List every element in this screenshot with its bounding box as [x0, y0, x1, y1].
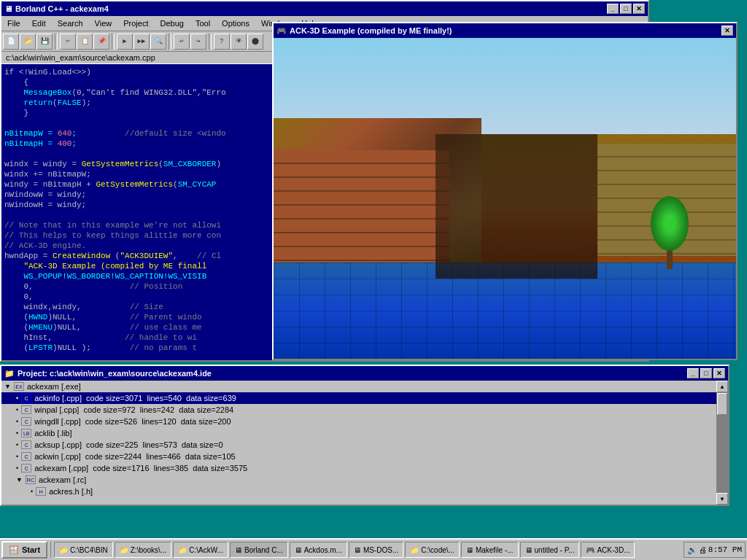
project-row-ackres-h[interactable]: • H ackres.h [.h]	[1, 486, 716, 497]
project-title: Project: c:\ack\win\win_exam\source\acke…	[18, 369, 212, 378]
toolbar-sep-1	[55, 34, 58, 50]
project-icon: 📁	[4, 369, 15, 378]
taskbar: 🪟 Start 📁 C:\BC4\BIN 📁 Z:\books\... 📁 C:…	[0, 538, 747, 560]
taskbar-item-makefile[interactable]: 🖥 Makefile -...	[461, 542, 519, 558]
menu-options[interactable]: Options	[219, 18, 252, 28]
taskbar-item-label-2: Z:\books\...	[131, 546, 166, 554]
menu-tool[interactable]: Tool	[193, 18, 213, 28]
paste-button[interactable]: 📌	[93, 34, 109, 50]
project-scrollbar[interactable]: ▲ ▼	[716, 381, 728, 505]
minimize-button[interactable]: _	[607, 4, 619, 14]
ide-icon: 🖥	[4, 4, 12, 13]
taskbar-item-untitled[interactable]: 🖥 untitled - P...	[520, 542, 580, 558]
project-item-ackexam-cpp: ackexam [.cpp] code size=1716 lines=385 …	[34, 464, 247, 472]
new-button[interactable]: 📄	[3, 34, 19, 50]
menu-file[interactable]: File	[4, 18, 23, 28]
scene-tree	[650, 189, 690, 269]
bullet-acksup: •	[16, 441, 18, 448]
menu-edit[interactable]: Edit	[29, 18, 49, 28]
help-button[interactable]: ?	[214, 34, 230, 50]
project-row-acklib[interactable]: • LB acklib [.lib]	[1, 427, 716, 439]
bullet-ackwin: •	[16, 453, 18, 460]
taskbar-item-label-3: C:\AckW...	[189, 546, 223, 554]
project-item-ackres: ackres.h [.h]	[49, 487, 93, 496]
taskbar-item-label-9: untitled - P...	[535, 546, 575, 554]
open-button[interactable]: 📂	[20, 34, 36, 50]
taskbar-item-label-1: C:\BC4\BIN	[70, 546, 108, 554]
maximize-button[interactable]: □	[620, 4, 632, 14]
taskbar-item-label-7: C:\code\...	[421, 546, 454, 554]
project-minimize[interactable]: _	[687, 368, 699, 378]
cpp-icon-ackinfo: C	[21, 394, 31, 402]
taskbar-item-ackw[interactable]: 📁 C:\AckW...	[173, 542, 228, 558]
expand-icon: ▼	[4, 383, 11, 390]
project-row-exe[interactable]: ▼ EX ackexam [.exe]	[1, 381, 716, 392]
ack3d-title-bar: 🎮 ACK-3D Example (compiled by ME finally…	[274, 23, 736, 38]
project-row-ackwin[interactable]: • C ackwin [.cpp] code size=2244 lines=4…	[1, 451, 716, 462]
cut-button[interactable]: ✂	[60, 34, 76, 50]
taskbar-item-bc4bin[interactable]: 📁 C:\BC4\BIN	[54, 542, 113, 558]
compile-button[interactable]: ▶	[117, 34, 133, 50]
undo-button[interactable]: ↩	[174, 34, 190, 50]
project-close[interactable]: ✕	[713, 368, 725, 378]
folder-icon-2: 📁	[120, 546, 128, 554]
taskbar-item-msdos[interactable]: 🖥 MS-DOS...	[349, 542, 403, 558]
h-icon: H	[36, 487, 46, 496]
scroll-thumb[interactable]	[717, 393, 727, 415]
redo-button[interactable]: ↪	[190, 34, 206, 50]
project-row-ackinfo[interactable]: • C ackinfo [.cpp] code size=3071 lines=…	[1, 392, 716, 404]
breakpoint-button[interactable]: ⬤	[247, 34, 263, 50]
copy-button[interactable]: 📋	[77, 34, 93, 50]
project-row-ackexam-cpp[interactable]: • C ackexam [.cpp] code size=1716 lines=…	[1, 462, 716, 474]
file-path: c:\ack\win\win_exam\source\ackexam.cpp	[6, 53, 155, 62]
window-icon-borland: 🖥	[235, 546, 242, 554]
watch-button[interactable]: 👁	[231, 34, 247, 50]
scroll-up-btn[interactable]: ▲	[716, 381, 728, 392]
project-item-ackinfo: ackinfo [.cpp] code size=3071 lines=540 …	[34, 394, 236, 402]
save-button[interactable]: 💾	[36, 34, 53, 50]
taskbar-item-borland[interactable]: 🖥 Borland C...	[230, 542, 288, 558]
ack3d-icon: 🎮	[276, 26, 287, 36]
run-button[interactable]: ▶▶	[133, 34, 150, 50]
close-button[interactable]: ✕	[633, 4, 645, 14]
menu-view[interactable]: View	[92, 18, 115, 28]
tray-icon-1: 🔊	[687, 545, 697, 555]
project-item-ackwin: ackwin [.cpp] code size=2244 lines=466 d…	[34, 452, 236, 461]
window-icon-ackdos: 🖥	[295, 546, 302, 554]
tray-icon-2: 🖨	[699, 545, 707, 555]
scene-brick-wall-left	[274, 150, 449, 279]
menu-search[interactable]: Search	[55, 18, 86, 28]
project-row-wingdll[interactable]: • C wingdll [.cpp] code size=526 lines=1…	[1, 416, 716, 427]
scroll-area	[716, 392, 728, 493]
menu-project[interactable]: Project	[120, 18, 151, 28]
project-row-winpal[interactable]: • C winpal [.cpp] code size=972 lines=24…	[1, 404, 716, 416]
project-item-acksup: acksup [.cpp] code size=225 lines=573 da…	[34, 440, 222, 449]
project-item-acklib: acklib [.lib]	[34, 429, 71, 438]
window-icon-msdos: 🖥	[354, 546, 361, 554]
project-row-ackexam-rc[interactable]: ▼ RC ackexam [.rc]	[1, 474, 716, 486]
debug-button[interactable]: 🔍	[150, 34, 166, 50]
taskbar-item-ccode[interactable]: 📁 C:\code\...	[405, 542, 460, 558]
cpp-icon-ackwin: C	[21, 452, 31, 461]
taskbar-item-ack3d[interactable]: 🎮 ACK-3D...	[581, 542, 635, 558]
ack3d-title: ACK-3D Example (compiled by ME finally!)	[290, 26, 452, 35]
taskbar-item-books[interactable]: 📁 Z:\books\...	[115, 542, 171, 558]
cpp-icon-wingdll: C	[21, 417, 31, 426]
project-content-area: ▼ EX ackexam [.exe] • C ackinfo [.cpp] c…	[1, 381, 728, 505]
scroll-down-btn[interactable]: ▼	[716, 493, 728, 505]
project-maximize[interactable]: □	[700, 368, 712, 378]
taskbar-item-label-4: Borland C...	[244, 546, 283, 554]
folder-icon-3: 📁	[178, 546, 187, 554]
ack3d-window: 🎮 ACK-3D Example (compiled by ME finally…	[272, 22, 738, 360]
taskbar-item-ackdos[interactable]: 🖥 Ackdos.m...	[290, 542, 347, 558]
taskbar-item-label-8: Makefile -...	[476, 546, 514, 554]
start-button[interactable]: 🪟 Start	[1, 541, 47, 559]
project-row-acksup[interactable]: • C acksup [.cpp] code size=225 lines=57…	[1, 439, 716, 451]
menu-debug[interactable]: Debug	[157, 18, 186, 28]
ack3d-close-button[interactable]: ✕	[721, 26, 733, 36]
lib-icon: LB	[21, 429, 31, 438]
start-label: Start	[22, 545, 40, 554]
project-item-ackexam-rc: ackexam [.rc]	[39, 475, 86, 484]
cpp-icon-ackexam: C	[21, 464, 31, 472]
ide-title: Borland C++ - ackexam4	[15, 4, 109, 13]
